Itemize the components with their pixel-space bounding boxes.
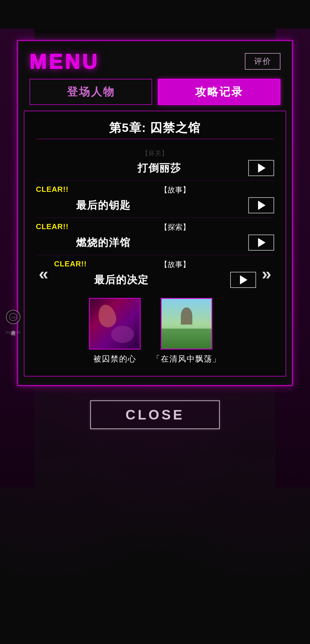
play-icon-1 [258, 163, 266, 173]
watermark-text-label: 六皮游戏 [10, 326, 16, 328]
nav-row: 登场人物 攻略记录 [18, 79, 292, 111]
stage2-name: 最后的钥匙 [76, 198, 131, 212]
menu-title: MENU [30, 50, 100, 73]
gallery-label-1: 被囚禁的心 [93, 354, 136, 364]
chapter-divider [36, 139, 274, 139]
stage1-type-faded: 【坏关】 [142, 149, 168, 158]
stage3-play-button[interactable] [248, 235, 274, 251]
stage1-play-button[interactable] [248, 160, 274, 176]
watermark: 六皮 六皮游戏 liupi.com [6, 310, 20, 334]
stage3-meta: CLEAR!! 【探索】 [36, 222, 274, 232]
stage1-name: 打倒丽莎 [137, 161, 181, 175]
watermark-icon: 六皮 [9, 313, 18, 321]
play-icon-3 [258, 238, 266, 247]
gallery-label-2: 「在清风中飘荡」 [152, 354, 221, 364]
stage2-type: 【故事】 [76, 185, 274, 195]
svg-text:六皮: 六皮 [11, 316, 16, 319]
play-icon-2 [258, 201, 266, 210]
play-icon-4 [240, 275, 247, 284]
prev-arrow-button[interactable]: « [36, 265, 51, 282]
gallery-section: 被囚禁的心 「在清风中飘荡」 [36, 292, 274, 367]
stage-item-2: CLEAR!! 【故事】 最后的钥匙 [36, 181, 274, 218]
stage3-name: 燃烧的洋馆 [76, 236, 131, 250]
close-button[interactable]: CLOSE [90, 400, 220, 429]
stage4-container: CLEAR!! 【故事】 最后的决定 [51, 259, 259, 288]
stage2-meta: CLEAR!! 【故事】 [36, 185, 274, 195]
stage2-row: 最后的钥匙 [36, 197, 274, 213]
gallery-item-2: 「在清风中飘荡」 [152, 298, 221, 364]
header-area: MENU 评价 [18, 41, 292, 79]
chapter-title: 第5章: 囚禁之馆 [36, 120, 274, 136]
next-arrow-button[interactable]: » [259, 265, 274, 282]
stage-item-3: CLEAR!! 【探索】 燃烧的洋馆 [36, 218, 274, 255]
stage3-clear: CLEAR!! [36, 222, 70, 231]
stage2-play-button[interactable] [248, 197, 274, 213]
stage4-type: 【故事】 [94, 259, 256, 270]
stage1-row: 打倒丽莎 [36, 160, 274, 176]
guide-button[interactable]: 攻略记录 [158, 79, 280, 105]
close-area: CLOSE [0, 400, 310, 435]
nav-arrows: « CLEAR!! 【故事】 最后的决定 » [36, 255, 274, 292]
stage1-header: 【坏关】 [36, 149, 274, 158]
stage3-type: 【探索】 [76, 222, 274, 232]
stage4-play-button[interactable] [230, 272, 256, 288]
stage4-row: 最后的决定 [54, 272, 256, 288]
stage4-meta: CLEAR!! 【故事】 [54, 259, 256, 270]
watermark-circle: 六皮 [6, 310, 20, 324]
rate-button[interactable]: 评价 [245, 53, 280, 70]
stage2-clear: CLEAR!! [36, 185, 70, 194]
stage4-clear: CLEAR!! [54, 259, 88, 268]
stage4-name: 最后的决定 [94, 273, 149, 287]
content-panel: 第5章: 囚禁之馆 【坏关】 打倒丽莎 CLEAR!! 【故事】 最后的钥匙 [24, 111, 286, 376]
stage-item-1: 【坏关】 打倒丽莎 [36, 145, 274, 181]
main-panel: MENU 评价 登场人物 攻略记录 第5章: 囚禁之馆 【坏关】 打倒丽莎 [17, 40, 293, 386]
gallery-thumb-2[interactable] [161, 298, 212, 350]
gallery-item-1: 被囚禁的心 [89, 298, 141, 364]
characters-button[interactable]: 登场人物 [30, 79, 152, 105]
watermark-url: liupi.com [6, 330, 20, 334]
stage3-row: 燃烧的洋馆 [36, 235, 274, 251]
gallery-thumb-1[interactable] [89, 298, 141, 350]
